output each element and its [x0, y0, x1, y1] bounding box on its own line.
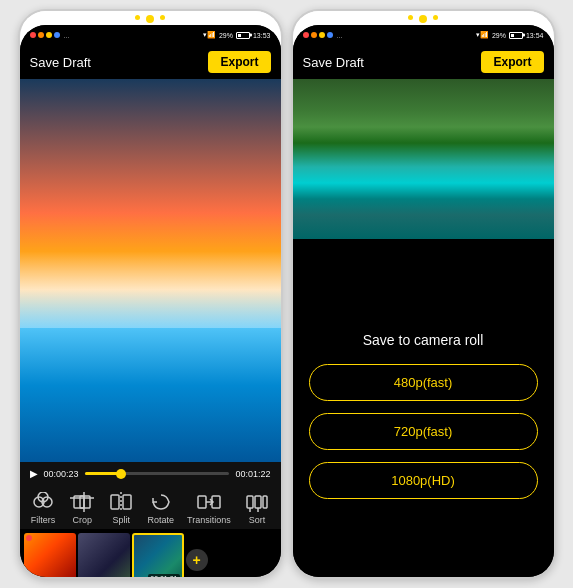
dot-1: [135, 15, 140, 20]
status-dot-r-blue: [327, 32, 333, 38]
svg-rect-13: [247, 496, 253, 508]
save-draft-label-right: Save Draft: [303, 55, 364, 70]
status-dot-blue: [54, 32, 60, 38]
phone-left-inner: ... ▾📶 29% 13:53 Save Draft Export: [20, 25, 281, 579]
video-preview-left: [20, 79, 281, 462]
clip-timer: 00:01:01: [148, 574, 179, 579]
wifi-icon-r: ▾📶: [476, 31, 489, 39]
battery-icon-left: [236, 32, 250, 39]
battery-fill-r: [511, 34, 514, 37]
svg-rect-7: [111, 495, 119, 509]
status-time-left: 13:53: [253, 32, 271, 39]
sort-label: Sort: [249, 515, 266, 525]
battery-text: 29%: [219, 32, 233, 39]
crop-label: Crop: [72, 515, 92, 525]
tool-filters[interactable]: Filters: [30, 491, 56, 525]
status-right-left: ▾📶 29% 13:53: [203, 31, 271, 39]
svg-rect-14: [255, 496, 261, 508]
split-label: Split: [113, 515, 131, 525]
status-dot-orange: [38, 32, 44, 38]
filters-icon: [30, 491, 56, 513]
battery-icon-right: [509, 32, 523, 39]
resolution-720p-button[interactable]: 720p(fast): [309, 413, 538, 450]
video-scene-right: [293, 79, 554, 239]
tool-rotate[interactable]: Rotate: [147, 491, 174, 525]
svg-rect-8: [123, 495, 131, 509]
phone-right: ... ▾📶 29% 13:54 Save Draft Export: [291, 9, 556, 579]
top-bar-left: Save Draft Export: [20, 45, 281, 79]
crop-icon: [69, 491, 95, 513]
red-indicator: [26, 535, 32, 541]
film-clip-3[interactable]: 00:01:01: [132, 533, 184, 579]
status-dot-r-yellow: [319, 32, 325, 38]
save-to-camera-roll-title: Save to camera roll: [363, 332, 484, 348]
status-icons-left: ...: [30, 32, 70, 39]
tool-transitions[interactable]: Transitions: [187, 491, 231, 525]
dot-r-camera: [419, 15, 427, 23]
tool-sort[interactable]: Sort: [244, 491, 270, 525]
tool-crop[interactable]: Crop: [69, 491, 95, 525]
current-time: 00:00:23: [44, 469, 79, 479]
svg-rect-15: [263, 496, 267, 508]
play-button[interactable]: ▶: [30, 468, 38, 479]
tool-split[interactable]: Split: [108, 491, 134, 525]
wifi-icon: ▾📶: [203, 31, 216, 39]
film-clip-1[interactable]: [24, 533, 76, 579]
transitions-label: Transitions: [187, 515, 231, 525]
phone-left: ... ▾📶 29% 13:53 Save Draft Export: [18, 9, 283, 579]
rotate-label: Rotate: [147, 515, 174, 525]
status-icons-right: ...: [303, 32, 343, 39]
status-dot-r-orange: [311, 32, 317, 38]
tools-bar: Filters Crop: [20, 485, 281, 529]
phone-right-inner: ... ▾📶 29% 13:54 Save Draft Export: [293, 25, 554, 579]
progress-track[interactable]: [85, 472, 230, 475]
dot-2: [160, 15, 165, 20]
status-dot-r-red: [303, 32, 309, 38]
top-bar-right: Save Draft Export: [293, 45, 554, 79]
status-right-right: ▾📶 29% 13:54: [476, 31, 544, 39]
film-clip-2[interactable]: [78, 533, 130, 579]
resolution-480p-button[interactable]: 480p(fast): [309, 364, 538, 401]
status-bar-left: ... ▾📶 29% 13:53: [20, 25, 281, 45]
status-time-right: 13:54: [526, 32, 544, 39]
video-scene-left: [20, 79, 281, 462]
split-icon: [108, 491, 134, 513]
phone-top-decoration: [20, 11, 281, 25]
filters-label: Filters: [31, 515, 56, 525]
add-clip-button[interactable]: +: [186, 549, 208, 571]
export-button-left[interactable]: Export: [208, 51, 270, 73]
export-button-right[interactable]: Export: [481, 51, 543, 73]
timeline-bar: ▶ 00:00:23 00:01:22: [20, 462, 281, 485]
export-panel: Save to camera roll 480p(fast) 720p(fast…: [293, 239, 554, 579]
dot-camera: [146, 15, 154, 23]
total-time: 00:01:22: [235, 469, 270, 479]
battery-text-r: 29%: [492, 32, 506, 39]
status-dots-text-r: ...: [337, 32, 343, 39]
phone-top-decoration-right: [293, 11, 554, 25]
battery-fill: [238, 34, 241, 37]
video-preview-right: [293, 79, 554, 239]
rotate-icon: [148, 491, 174, 513]
svg-rect-10: [198, 496, 206, 508]
transitions-icon: [196, 491, 222, 513]
dot-r1: [408, 15, 413, 20]
status-dot-yellow: [46, 32, 52, 38]
filmstrip: 00:01:01 +: [20, 529, 281, 579]
sort-icon: [244, 491, 270, 513]
resolution-1080p-button[interactable]: 1080p(HD): [309, 462, 538, 499]
status-bar-right: ... ▾📶 29% 13:54: [293, 25, 554, 45]
progress-thumb[interactable]: [116, 469, 126, 479]
status-dots-text: ...: [64, 32, 70, 39]
save-draft-label-left: Save Draft: [30, 55, 91, 70]
dot-r2: [433, 15, 438, 20]
status-dot-red: [30, 32, 36, 38]
